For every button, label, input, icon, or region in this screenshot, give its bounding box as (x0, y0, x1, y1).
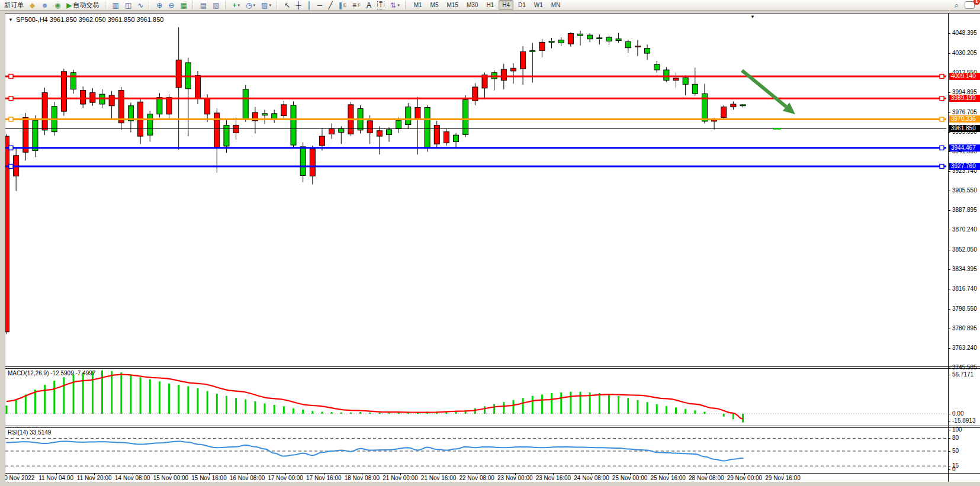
candle-body (539, 42, 545, 50)
timeframe-button-m30[interactable]: M30 (463, 0, 481, 10)
one-click-trading-toggle[interactable]: ▼ (8, 17, 13, 22)
horizontal-line-button[interactable]: ─ (315, 0, 325, 10)
crosshair-button: ┼ (296, 2, 301, 9)
timeframe-button-h4[interactable]: H4 (499, 0, 513, 10)
price-axis-label: 3798.550 (952, 305, 977, 312)
price-axis-label: 3976.705 (952, 109, 977, 115)
candle-body (319, 136, 324, 146)
timeframe-button-m1[interactable]: M1 (410, 0, 426, 10)
chart-canvas[interactable] (5, 14, 980, 482)
candle-body (454, 135, 459, 141)
candlestick-chart-icon[interactable]: ◫ (123, 0, 134, 10)
chevron-down-icon: ▾ (397, 3, 400, 8)
profile-icon[interactable]: ☻ (38, 0, 51, 10)
zoom-in-icon: ⊕ (156, 2, 162, 9)
candle-body (520, 52, 526, 69)
arrows-button[interactable]: ⇅▾ (388, 0, 402, 10)
support-line-1-handle[interactable] (9, 146, 13, 150)
candle-body (654, 65, 660, 70)
chart-shift-marker[interactable]: ▼ (750, 14, 755, 20)
candle-body (568, 33, 573, 44)
pivot-line-handle[interactable] (940, 117, 944, 121)
tile-windows-icon[interactable]: ▦ (178, 0, 189, 10)
resistance-line-2-handle[interactable] (9, 96, 13, 101)
period-button[interactable]: ◷▾ (243, 0, 258, 10)
candle-body (444, 132, 449, 143)
timeframe-button-m5[interactable]: M5 (427, 0, 442, 10)
zoom-out-icon[interactable]: ⊖ (166, 0, 176, 10)
equidistant-channel-button[interactable]: ∥E (336, 0, 349, 10)
toolbar-separator (192, 1, 195, 9)
add-indicator-button: + (233, 2, 237, 9)
auto-arrange-icon[interactable]: ▤ (198, 0, 209, 10)
pivot-line-handle[interactable] (9, 117, 13, 121)
main-macd-separator[interactable] (5, 366, 980, 369)
candle-body (645, 49, 650, 53)
candle-body (396, 120, 401, 128)
trendline-button[interactable]: ╱ (326, 0, 335, 10)
tile-windows-icon: ▦ (180, 2, 187, 9)
resistance-line-2-handle[interactable] (940, 96, 944, 101)
timeframe-button-mn[interactable]: MN (548, 0, 564, 10)
metaeditor-icon[interactable]: ◆ (27, 0, 37, 10)
template-button[interactable]: ▨▾ (259, 0, 274, 10)
candle-body (291, 105, 296, 145)
autotrading-button[interactable]: ▶自动交易 (64, 0, 101, 10)
zoom-in-icon[interactable]: ⊕ (154, 0, 165, 10)
candle-body (616, 39, 621, 41)
arrows-button: ⇅ (390, 2, 396, 9)
chat-button[interactable]: 1 (962, 0, 977, 10)
bar-chart-icon[interactable]: ▥ (110, 0, 121, 10)
candle-body (578, 34, 583, 36)
candle-body (625, 41, 631, 47)
candle-body (367, 121, 372, 133)
grid-icon[interactable]: ▧ (210, 0, 221, 10)
support-line-2-handle[interactable] (940, 164, 944, 168)
new-order-button[interactable]: 新订单 (1, 0, 26, 10)
search-icon[interactable]: ⌕ (952, 0, 961, 10)
auto-arrange-icon: ▤ (200, 2, 207, 9)
resistance-line-1-handle[interactable] (9, 75, 13, 79)
price-axis-tick (948, 53, 950, 54)
candle-body (387, 130, 392, 134)
candle-body (262, 114, 268, 115)
toolbar-separator (405, 1, 407, 9)
cursor-button[interactable]: ↖ (282, 0, 293, 10)
timeframe-button-m15[interactable]: M15 (443, 0, 461, 10)
vertical-line-button[interactable]: │ (304, 0, 314, 10)
candle-body (463, 99, 468, 134)
timeframe-button-d1[interactable]: D1 (515, 0, 529, 10)
candle-body (300, 147, 306, 176)
macd-rsi-separator[interactable] (5, 426, 980, 428)
candle-body (176, 60, 181, 88)
macd-axis-tick (948, 414, 950, 414)
text-button[interactable]: A (364, 0, 374, 10)
macd-axis-label: -15.8913 (952, 417, 975, 424)
equidistant-channel-button: ∥ (339, 2, 342, 9)
add-indicator-button[interactable]: +▾ (230, 0, 243, 10)
candle-body (310, 149, 315, 176)
support-line-2-handle[interactable] (9, 164, 13, 168)
candle-body (118, 91, 124, 123)
autotrading-button: ▶ (66, 2, 72, 9)
toolbar-separator (149, 1, 151, 9)
timeframe-button-h1[interactable]: H1 (483, 0, 497, 10)
resistance-line-2-price-badge: 3989.199 (949, 95, 980, 102)
crosshair-button[interactable]: ┼ (294, 0, 304, 10)
fibonacci-button[interactable]: ≡F (350, 0, 363, 10)
resistance-line-1-handle[interactable] (940, 75, 944, 79)
signals-icon[interactable]: ◉ (52, 0, 63, 10)
price-axis-label: 3887.895 (952, 207, 977, 213)
price-axis-label: 3994.895 (952, 89, 977, 95)
candle-body (510, 68, 516, 71)
candle-body (530, 50, 535, 52)
price-axis-tick (948, 171, 950, 172)
price-axis-tick (948, 230, 950, 230)
candle-body (415, 108, 420, 120)
label-button[interactable]: T (375, 0, 387, 10)
support-line-1-handle[interactable] (940, 146, 944, 150)
vertical-line-button: │ (307, 2, 311, 9)
price-axis-label: 3780.895 (952, 325, 977, 331)
line-chart-icon[interactable]: ∿ (135, 0, 146, 10)
timeframe-button-w1[interactable]: W1 (531, 0, 547, 10)
